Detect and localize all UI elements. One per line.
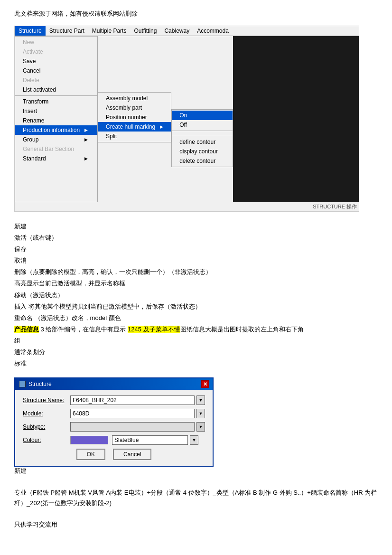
- dropdown-menu-structure: New Activate Save Cancel Delete List act…: [15, 36, 98, 202]
- menu-item-new[interactable]: New: [15, 38, 97, 47]
- text-line-bar-section: 通常条划分: [14, 347, 378, 357]
- separator-1: [15, 95, 97, 96]
- menu-bar-multiple-parts[interactable]: Multiple Parts: [88, 26, 131, 36]
- text-line-cancel: 取消: [14, 255, 378, 266]
- submenu-hull-marking: On Off define contour display contour de…: [171, 109, 233, 167]
- menu-bar-structure[interactable]: Structure: [15, 26, 46, 36]
- text-line-activate: 激活（或右键）: [14, 233, 378, 243]
- menu-item-activate[interactable]: Activate: [15, 47, 97, 56]
- text-line-new: 新建: [14, 221, 378, 232]
- dialog-buttons: OK Cancel: [23, 449, 205, 460]
- product-info-middle: 3 给部件编号，在信息中有显示: [39, 326, 128, 333]
- text-content-area: 新建 激活（或右键） 保存 取消 删除（点要删除的模型，高亮，确认，一次只能删一…: [14, 221, 378, 369]
- structure-name-input[interactable]: [70, 395, 195, 405]
- dialog-ok-button[interactable]: OK: [76, 449, 105, 460]
- menu-item-group[interactable]: Group: [15, 135, 97, 144]
- dialog-input-colour[interactable]: ▼: [70, 435, 205, 445]
- dialog-label-module: Module:: [23, 410, 70, 417]
- product-info-highlight: 1245 及子菜单不懂: [128, 326, 180, 333]
- dialog-label-subtype: Subtype:: [23, 423, 70, 430]
- menu-item-save[interactable]: Save: [15, 56, 97, 66]
- text-line-group: 组: [14, 336, 378, 346]
- subtype-dropdown[interactable]: ▼: [196, 422, 205, 432]
- structure-label: STRUCTURE 操作: [15, 202, 359, 211]
- top-notice: 此文档来源于网络，如有侵权请联系网站删除: [14, 9, 378, 18]
- menu-item-list-activated[interactable]: List activated: [15, 85, 97, 94]
- separator-sub3-2: [172, 136, 233, 136]
- dialog-titlebar: Structure ✕: [15, 378, 213, 390]
- dialog-title-icon: [19, 381, 26, 387]
- menu-bar-accommoda[interactable]: Accommoda: [193, 26, 233, 36]
- menu-item-delete[interactable]: Delete: [15, 75, 97, 85]
- text-line-transform: 移动（激活状态）: [14, 290, 378, 301]
- dialog-cancel-button[interactable]: Cancel: [113, 449, 151, 460]
- module-input[interactable]: [70, 409, 195, 418]
- menu-bar[interactable]: Structure Structure Part Multiple Parts …: [15, 26, 359, 36]
- submenu-item-position-number[interactable]: Position number: [98, 113, 171, 122]
- menu-item-standard[interactable]: Standard: [15, 154, 97, 163]
- submenu-item-split[interactable]: Split: [98, 132, 171, 141]
- dialog-label-colour: Colour:: [23, 437, 70, 443]
- submenu-item-create-hull-marking[interactable]: Create hull marking: [98, 122, 171, 132]
- dialog-row-structure-name: Structure Name: ▼: [23, 395, 205, 405]
- structure-name-dropdown[interactable]: ▼: [196, 395, 205, 405]
- submenu-item-on[interactable]: On: [172, 111, 233, 120]
- product-info-label: 产品信息: [14, 326, 39, 333]
- color-swatch: [70, 436, 108, 444]
- submenu-item-off[interactable]: Off: [172, 120, 233, 130]
- footer-line-2: 只供学习交流用: [14, 519, 378, 530]
- dialog-row-colour: Colour: ▼: [23, 435, 205, 445]
- module-dropdown[interactable]: ▼: [196, 409, 205, 418]
- dialog-title-text: Structure: [28, 381, 52, 387]
- product-info-suffix: 图纸信息大概是出图时提取的左上角和右下角: [180, 326, 304, 333]
- menu-bar-outfitting[interactable]: Outfitting: [130, 26, 160, 36]
- submenu-production-info: Assembly model Assembly part Position nu…: [98, 92, 171, 142]
- colour-input[interactable]: [112, 435, 188, 445]
- menu-item-transform[interactable]: Transform: [15, 97, 97, 106]
- text-line-rename: 重命名 （激活状态）改名，model 颜色: [14, 313, 378, 323]
- structure-dialog: Structure ✕ Structure Name: ▼ Module: ▼: [14, 377, 214, 467]
- 3d-viewport: [233, 36, 359, 202]
- dialog-row-module: Module: ▼: [23, 409, 205, 418]
- colour-dropdown[interactable]: ▼: [190, 435, 198, 445]
- dialog-title-left: Structure: [19, 381, 52, 387]
- text-line-highlight: 高亮显示当前已激活模型，并显示名称框: [14, 278, 378, 289]
- submenu-item-display-contour[interactable]: display contour: [172, 147, 233, 156]
- submenu-item-delete-contour[interactable]: delete contour: [172, 156, 233, 166]
- submenu-item-assembly-model[interactable]: Assembly model: [98, 94, 171, 103]
- dialog-body: Structure Name: ▼ Module: ▼ Subtype:: [15, 390, 213, 466]
- dialog-row-subtype: Subtype: ▼: [23, 422, 205, 432]
- menu-item-general-bar-section[interactable]: General Bar Section: [15, 144, 97, 154]
- menu-item-rename[interactable]: Rename: [15, 116, 97, 125]
- menu-item-insert[interactable]: Insert: [15, 106, 97, 116]
- text-line-insert: 插入 将其他某个模型拷贝到当前已激活模型中，后保存（激活状态）: [14, 301, 378, 312]
- menu-bar-cableway[interactable]: Cableway: [160, 26, 193, 36]
- menu-bar-structure-part[interactable]: Structure Part: [46, 26, 88, 36]
- text-line-product-info: 产品信息 3 给部件编号，在信息中有显示 1245 及子菜单不懂图纸信息大概是出…: [14, 324, 378, 335]
- footer-line-1: 专业（F船铁 P船管 M机装 V风管 A内装 E电装）+分段（通常 4 位数字）…: [14, 488, 378, 508]
- dialog-close-button[interactable]: ✕: [201, 380, 209, 388]
- dialog-input-module[interactable]: ▼: [70, 409, 205, 418]
- dialog-input-structure-name[interactable]: ▼: [70, 395, 205, 405]
- screenshot-area: Structure Structure Part Multiple Parts …: [14, 26, 359, 212]
- dialog-container: Structure ✕ Structure Name: ▼ Module: ▼: [14, 377, 214, 475]
- text-line-delete: 删除（点要删除的模型，高亮，确认，一次只能删一个）（非激活状态）: [14, 267, 378, 277]
- text-line-standard: 标准: [14, 358, 378, 369]
- submenu-item-check[interactable]: [172, 132, 233, 135]
- submenu-item-define-contour[interactable]: define contour: [172, 137, 233, 147]
- dialog-label-structure-name: Structure Name:: [23, 397, 70, 404]
- text-line-save: 保存: [14, 244, 378, 254]
- menu-item-production-information[interactable]: Production information: [15, 125, 97, 135]
- separator-sub3: [172, 131, 233, 131]
- footer-text: 专业（F船铁 P船管 M机装 V风管 A内装 E电装）+分段（通常 4 位数字）…: [14, 488, 378, 529]
- menu-item-cancel[interactable]: Cancel: [15, 66, 97, 75]
- submenu-item-assembly-part[interactable]: Assembly part: [98, 103, 171, 113]
- dialog-suffix-text: 新建: [14, 467, 27, 474]
- dialog-input-subtype[interactable]: ▼: [70, 422, 205, 432]
- subtype-input[interactable]: [70, 422, 195, 432]
